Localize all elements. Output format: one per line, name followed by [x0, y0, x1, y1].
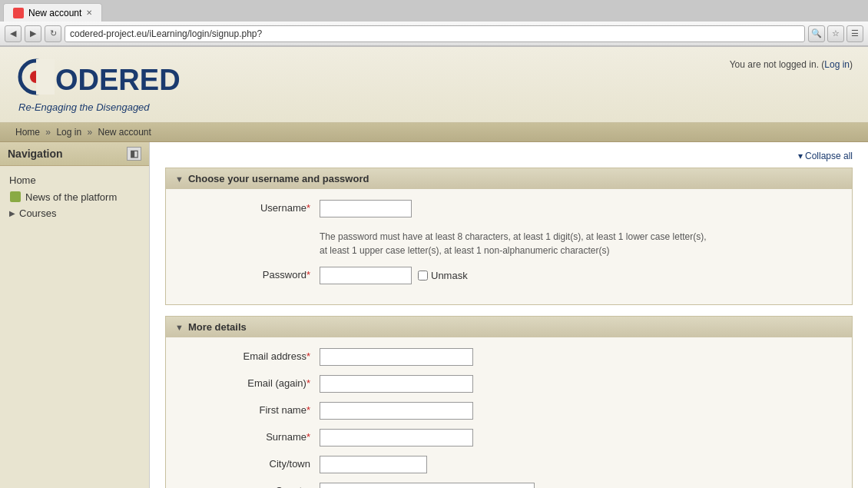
hint-line1: The password must have at least 8 charac…: [320, 231, 707, 242]
breadcrumb-sep1: »: [45, 127, 51, 138]
collapse-all-row: ▾ Collapse all: [165, 150, 853, 161]
surname-label: Surname*: [181, 429, 320, 443]
content-area: ▾ Collapse all ▼ Choose your username an…: [150, 142, 868, 488]
unmask-label[interactable]: Unmask: [418, 270, 468, 281]
section1-body: Username* The password must have at leas…: [166, 189, 852, 304]
email-input[interactable]: [320, 348, 473, 366]
bookmark-icon[interactable]: ☆: [827, 25, 844, 42]
surname-row: Surname*: [166, 429, 852, 447]
password-row: Password* Unmask: [166, 267, 852, 284]
password-input[interactable]: [320, 267, 412, 284]
tab-favicon: [13, 8, 24, 18]
svg-text:ODERED: ODERED: [55, 64, 181, 96]
login-link[interactable]: Log in: [824, 59, 850, 70]
country-select[interactable]: Select a country: [320, 483, 535, 488]
home-label: Home: [9, 174, 36, 186]
username-required-marker: *: [306, 202, 310, 214]
unmask-text: Unmask: [431, 270, 468, 281]
city-field: [320, 456, 837, 473]
logo-tagline: Re-Engaging the Disengaged: [15, 101, 207, 113]
breadcrumb-login[interactable]: Log in: [56, 127, 81, 138]
section1-header[interactable]: ▼ Choose your username and password: [166, 168, 852, 189]
email-field: [320, 348, 837, 366]
tab-title: New account: [28, 8, 81, 18]
tab-bar: New account ✕: [0, 0, 868, 22]
username-label: Username*: [181, 200, 320, 214]
username-row: Username*: [166, 200, 852, 217]
news-icon: [9, 191, 22, 203]
email-again-required-marker: *: [306, 377, 310, 389]
breadcrumb-sep2: »: [87, 127, 92, 138]
menu-icon[interactable]: ☰: [846, 25, 863, 42]
main-container: Navigation ◧ Home News of the platform ▶…: [0, 142, 868, 488]
refresh-button[interactable]: ↻: [45, 25, 61, 42]
password-hint-field: The password must have at least 8 charac…: [320, 227, 837, 257]
first-name-label: First name*: [181, 402, 320, 416]
email-again-input[interactable]: [320, 375, 473, 393]
password-required-marker: *: [306, 269, 310, 281]
section2-header[interactable]: ▼ More details: [166, 317, 852, 337]
first-name-field: [320, 402, 837, 420]
logo-svg: ODERED: [15, 56, 207, 98]
svg-rect-2: [36, 59, 55, 95]
sidebar-nav-title: Navigation: [8, 148, 63, 160]
password-hint-spacer: [181, 227, 320, 229]
back-button[interactable]: ◀: [5, 25, 22, 42]
breadcrumb-current: New account: [98, 127, 151, 138]
city-row: City/town: [166, 456, 852, 473]
email-again-label: Email (again)*: [181, 375, 320, 389]
sidebar-nav-header: Navigation ◧: [0, 142, 149, 166]
breadcrumb: Home » Log in » New account: [0, 123, 868, 142]
surname-required-marker: *: [306, 431, 310, 443]
username-field: [320, 200, 837, 217]
surname-input[interactable]: [320, 429, 473, 447]
tab-close-btn[interactable]: ✕: [86, 8, 92, 17]
password-field: Unmask: [320, 267, 837, 284]
collapse-all-button[interactable]: ▾ Collapse all: [798, 151, 853, 161]
sidebar: Navigation ◧ Home News of the platform ▶…: [0, 142, 150, 488]
city-input[interactable]: [320, 456, 427, 473]
email-again-field: [320, 375, 837, 393]
user-status-text: You are not logged in. (Log in): [730, 59, 853, 70]
surname-field: [320, 429, 837, 447]
email-again-row: Email (again)*: [166, 375, 852, 393]
username-input[interactable]: [320, 200, 412, 217]
section2-toggle-icon: ▼: [175, 323, 184, 332]
address-bar[interactable]: [65, 25, 805, 42]
password-hint-row: The password must have at least 8 charac…: [166, 227, 852, 257]
more-details-section: ▼ More details Email address*: [165, 316, 853, 488]
forward-button[interactable]: ▶: [25, 25, 41, 42]
city-label: City/town: [181, 456, 320, 470]
sidebar-collapse-btn[interactable]: ◧: [127, 147, 141, 161]
email-label: Email address*: [181, 348, 320, 362]
logo-area: ODERED Re-Engaging the Disengaged: [15, 56, 207, 113]
country-row: Country Select a country: [166, 483, 852, 488]
page-wrapper: ODERED Re-Engaging the Disengaged You ar…: [0, 47, 868, 488]
browser-tab[interactable]: New account ✕: [3, 3, 102, 22]
search-icon[interactable]: 🔍: [808, 25, 825, 42]
section1-toggle-icon: ▼: [175, 174, 184, 184]
sidebar-item-news[interactable]: News of the platform: [0, 188, 149, 205]
courses-label: Courses: [19, 207, 56, 219]
section2-title: More details: [188, 321, 247, 333]
section2-body: Email address* Email (again)*: [166, 337, 852, 488]
sidebar-nav-items: Home News of the platform ▶ Courses: [0, 166, 149, 227]
email-required-marker: *: [306, 350, 310, 362]
country-field: Select a country: [320, 483, 837, 488]
browser-nav-bar: ◀ ▶ ↻ 🔍 ☆ ☰: [0, 22, 868, 46]
site-header: ODERED Re-Engaging the Disengaged You ar…: [0, 47, 868, 123]
email-row: Email address*: [166, 348, 852, 366]
news-label: News of the platform: [25, 191, 117, 203]
sidebar-item-home[interactable]: Home: [0, 172, 149, 188]
first-name-row: First name*: [166, 402, 852, 420]
unmask-checkbox[interactable]: [418, 271, 428, 281]
logo: ODERED: [15, 56, 207, 98]
first-name-input[interactable]: [320, 402, 473, 420]
sidebar-item-courses[interactable]: ▶ Courses: [0, 205, 149, 221]
username-password-section: ▼ Choose your username and password User…: [165, 168, 853, 305]
password-label: Password*: [181, 267, 320, 281]
courses-arrow-icon: ▶: [9, 209, 15, 217]
breadcrumb-home[interactable]: Home: [15, 127, 40, 138]
section1-title: Choose your username and password: [188, 173, 369, 184]
header-user-info: You are not logged in. (Log in): [730, 56, 853, 70]
